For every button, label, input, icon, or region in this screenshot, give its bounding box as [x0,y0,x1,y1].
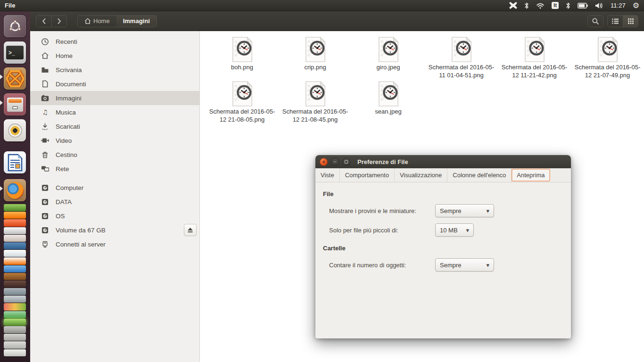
file-name: sean.jpeg [355,108,421,116]
folder-icon [41,66,49,74]
sidebar-item-video[interactable]: Video [30,133,199,148]
minimize-button[interactable]: − [331,158,339,166]
libreoffice-impress-icon[interactable] [4,212,26,219]
thumbnails-label: Mostrare i provini e le miniature: [329,207,435,214]
count-items-dropdown[interactable]: Sempre [435,258,494,272]
file-item[interactable]: Schermata del 2016-05-12 21-07-49.png [571,37,644,79]
file-item[interactable]: crip.png [279,37,352,79]
hexchat-icon[interactable] [4,67,26,90]
close-button[interactable]: × [320,158,328,166]
sidebar-item-home[interactable]: Home [30,49,199,63]
search-button[interactable] [588,16,603,27]
file-item[interactable]: boh.png [206,37,279,79]
sidebar-item-volume-67gb[interactable]: Volume da 67 GB [30,223,199,237]
maximize-button[interactable] [342,158,350,166]
path-immagini-button[interactable]: Immagini [116,16,157,27]
sidebar-item-os[interactable]: OS [30,209,199,223]
sidebar-label: Video [56,137,72,144]
file-item[interactable]: Schermata del 2016-05-11 01-04-51.png [425,37,498,79]
sidebar-item-connetti-al-server[interactable]: Connetti al server [30,237,199,251]
sidebar-item-scaricati[interactable]: Scaricati [30,119,199,133]
file-item[interactable]: Schermata del 2016-05-12 21-08-05.png [206,81,279,123]
amazon-icon[interactable] [4,227,26,234]
forward-button[interactable] [51,16,66,27]
back-button[interactable] [36,16,51,27]
disk-utility-icon[interactable] [4,296,26,303]
app-cross-icon[interactable] [509,2,517,9]
sidebar-item-documenti[interactable]: Documenti [30,77,199,91]
sidebar-label: Scrivania [56,66,82,74]
sidebar-item-scrivania[interactable]: Scrivania [30,63,199,77]
tab-viste[interactable]: Viste [315,168,340,182]
sidebar-item-computer[interactable]: Computer [30,181,199,195]
folded-app-icon[interactable] [4,326,26,333]
file-item[interactable]: sean.jpeg [352,81,425,123]
keyboard-indicator[interactable]: It [552,2,559,9]
tab-anteprima[interactable]: Anteprima [512,169,550,181]
filesize-dropdown[interactable]: 10 MB [435,223,474,237]
file-cabinet-icon[interactable] [4,93,26,115]
sidebar-item-data[interactable]: DATA [30,195,199,209]
breadcrumb: Home Immagini [77,15,157,27]
count-items-label: Contare il numero di oggetti: [329,262,435,269]
bluetooth-icon[interactable] [524,2,529,9]
clock[interactable]: 11:27 [611,2,626,9]
tab-comportamento[interactable]: Comportamento [340,168,395,182]
eject-icon [186,227,194,233]
file-item[interactable]: Schermata del 2016-05-12 21-08-45.png [279,81,352,123]
tab-colonne-dellelenco[interactable]: Colonne dell'elenco [447,168,512,182]
gimp-icon[interactable] [4,280,26,288]
sidebar-label: Immagini [56,95,82,102]
firefox-icon[interactable] [4,179,26,201]
tab-visualizzazione[interactable]: Visualizzazione [395,168,447,182]
speaker-app-icon[interactable] [4,119,26,141]
path-home-button[interactable]: Home [78,16,116,27]
sidebar-item-recenti[interactable]: Recenti [30,34,199,49]
audacity-icon[interactable] [4,242,26,249]
search-icon [592,17,599,25]
session-gear-icon[interactable]: ⚙ [633,2,639,9]
image-loading-icon [378,81,399,107]
volume-icon[interactable] [595,2,603,9]
folded-app-icon[interactable] [4,334,26,341]
grid-view-button[interactable] [623,16,638,27]
libreoffice-writer-icon[interactable] [4,151,26,173]
file-item[interactable]: giro.jpeg [352,37,425,79]
image-loading-icon [524,37,545,62]
android-tool-icon[interactable] [4,319,26,326]
unity-launcher: >_ [0,11,30,362]
sidebar-item-cestino[interactable]: Cestino [30,148,199,162]
music-note-icon: ♫ [41,108,49,116]
money-app-icon[interactable] [4,311,26,318]
bluetooth-icon[interactable] [566,2,570,9]
battery-icon[interactable] [578,3,588,8]
chat-app-icon[interactable] [4,250,26,257]
eject-button[interactable] [184,224,197,236]
wifi-icon[interactable] [536,2,545,9]
thumbnails-dropdown[interactable]: Sempre [435,204,494,217]
sidebar-label: DATA [56,198,72,206]
disk-usage-icon[interactable] [4,303,26,310]
sidebar-item-immagini[interactable]: Immagini [30,91,199,105]
pencil-app-icon[interactable] [4,235,26,242]
dialog-titlebar[interactable]: × − Preferenze di File [315,155,571,168]
file-name: Schermata del 2016-05-12 11-21-42.png [502,64,568,79]
terminal-icon[interactable]: >_ [4,41,26,64]
brown-app-icon[interactable] [4,273,26,280]
monitor-icon [41,241,49,248]
gray-app-icon[interactable] [4,288,26,295]
file-menu[interactable]: File [0,2,20,9]
trash-launcher-icon[interactable] [4,349,26,356]
libreoffice-calc-icon[interactable] [4,204,26,211]
filesize-label: Solo per file più piccoli di: [329,227,435,234]
orange-app-icon[interactable] [4,219,26,226]
dropbox-icon[interactable] [4,265,26,272]
file-item[interactable]: Schermata del 2016-05-12 11-21-42.png [498,37,571,79]
sidebar-item-musica[interactable]: ♫ Musica [30,105,199,119]
vlc-icon[interactable] [4,257,26,264]
list-view-button[interactable] [608,16,623,27]
ubuntu-dash-icon[interactable] [4,15,26,37]
folded-app-icon[interactable] [4,341,26,348]
chevron-down-icon [466,227,469,234]
sidebar-item-rete[interactable]: Rete [30,162,199,176]
